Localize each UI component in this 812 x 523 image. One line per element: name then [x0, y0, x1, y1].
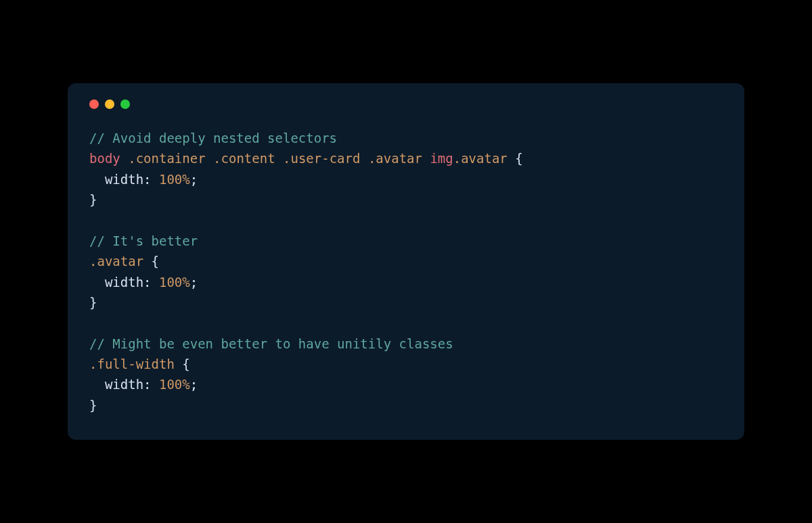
code-token-punct	[422, 151, 430, 166]
code-line	[89, 313, 723, 333]
code-line: // Might be even better to have unitily …	[89, 334, 723, 354]
code-line: // It's better	[89, 231, 723, 251]
code-token-punct	[275, 151, 283, 166]
code-line: .full-width {	[89, 354, 723, 374]
code-token-punct: ;	[190, 275, 198, 290]
code-token-comment: // It's better	[89, 233, 198, 248]
code-line: // Avoid deeply nested selectors	[89, 128, 723, 148]
code-token-punct: :	[143, 275, 159, 290]
code-line: }	[89, 292, 723, 313]
code-token-punct: ;	[190, 172, 198, 187]
code-token-class: .user-card	[283, 151, 360, 166]
minimize-button[interactable]	[105, 99, 114, 109]
code-token-value: 100%	[159, 172, 190, 187]
code-token-punct	[206, 151, 213, 166]
code-token-punct: ;	[190, 377, 198, 392]
code-token-comment: // Might be even better to have unitily …	[89, 336, 453, 351]
code-token-property: width	[105, 275, 143, 290]
code-token-comment: // Avoid deeply nested selectors	[89, 131, 337, 145]
code-token-brace: {	[182, 357, 189, 371]
code-line: body .container .content .user-card .ava…	[89, 148, 723, 168]
code-token-punct	[143, 254, 151, 269]
code-line: width: 100%;	[89, 374, 723, 394]
code-token-punct	[89, 172, 105, 187]
code-token-punct	[89, 275, 105, 290]
code-token-property: width	[105, 377, 143, 392]
code-token-punct	[508, 151, 515, 166]
code-token-brace: }	[89, 295, 97, 310]
code-token-tag: body	[89, 151, 120, 166]
code-token-punct: :	[143, 172, 159, 187]
code-token-brace: }	[89, 398, 97, 413]
code-token-brace: {	[515, 151, 522, 166]
code-token-class: .avatar	[89, 254, 143, 269]
code-token-class: .avatar	[453, 151, 508, 166]
code-token-class: .avatar	[368, 151, 422, 166]
code-token-punct	[120, 151, 128, 166]
code-token-brace: }	[89, 192, 97, 207]
code-line: }	[89, 395, 723, 415]
code-token-punct	[89, 377, 105, 392]
code-line	[89, 210, 723, 230]
close-button[interactable]	[89, 99, 99, 109]
code-token-class: .full-width	[89, 357, 175, 371]
code-token-class: .content	[213, 151, 275, 166]
maximize-button[interactable]	[120, 99, 130, 109]
code-window: // Avoid deeply nested selectorsbody .co…	[68, 83, 744, 440]
code-token-brace: {	[152, 254, 159, 269]
code-token-class: .container	[128, 151, 205, 166]
code-token-punct	[175, 357, 182, 371]
code-token-value: 100%	[159, 275, 190, 290]
window-titlebar	[89, 99, 723, 109]
code-token-value: 100%	[159, 377, 190, 392]
code-token-punct	[360, 151, 367, 166]
code-line: .avatar {	[89, 251, 723, 271]
code-token-tag: img	[430, 151, 453, 166]
code-line: width: 100%;	[89, 169, 723, 189]
code-block: // Avoid deeply nested selectorsbody .co…	[89, 128, 723, 415]
code-line: }	[89, 189, 723, 210]
code-token-punct: :	[143, 377, 159, 392]
code-token-property: width	[105, 172, 143, 187]
code-line: width: 100%;	[89, 272, 723, 292]
